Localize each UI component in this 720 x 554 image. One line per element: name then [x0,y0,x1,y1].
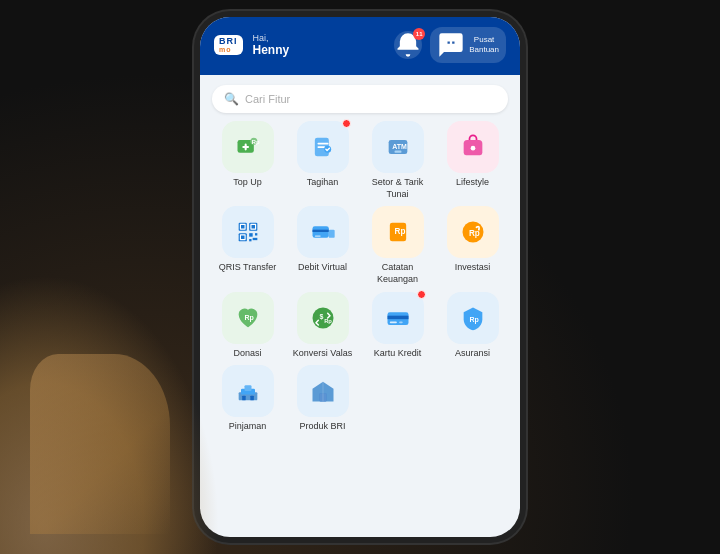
svg-rect-17 [241,236,245,240]
svg-text:Rp: Rp [469,315,478,323]
svg-rect-23 [312,230,328,232]
logo-mo: mo [219,46,238,53]
asuransi-icon-wrap: Rp [447,292,499,344]
svg-text:Rp: Rp [251,139,259,145]
logo-bri: BRI [219,37,238,46]
feature-produk[interactable]: Produk BRI [287,365,358,433]
asuransi-label: Asuransi [455,348,490,360]
greeting: Hai, Henny [253,33,290,57]
feature-kredit[interactable]: Kartu Kredit [362,292,433,360]
feature-tagihan[interactable]: Tagihan [287,121,358,200]
lifestyle-label: Lifestyle [456,177,489,189]
svg-rect-42 [242,396,246,401]
catatan-label: Catatan Keuangan [362,262,433,285]
svg-text:Rp: Rp [244,314,253,322]
svg-rect-19 [255,234,257,236]
feature-pinjaman[interactable]: Pinjaman [212,365,283,433]
svg-rect-35 [387,315,408,319]
svg-rect-7 [394,151,401,153]
svg-rect-20 [249,239,251,241]
user-name: Henny [253,43,290,57]
phone-frame: BRI mo Hai, Henny 11 [200,17,520,537]
search-bar[interactable]: 🔍 Cari Fitur [212,85,508,113]
svg-rect-18 [249,234,253,238]
svg-rect-41 [244,386,251,392]
feature-debit[interactable]: Debit Virtual [287,206,358,285]
feature-asuransi[interactable]: Rp Asuransi [437,292,508,360]
svg-rect-37 [399,321,403,323]
pinjaman-icon-wrap [222,365,274,417]
svg-rect-25 [314,236,320,237]
feature-lifestyle[interactable]: Lifestyle [437,121,508,200]
search-icon: 🔍 [224,92,239,106]
svg-rect-11 [241,225,245,229]
pusat-bantuan-button[interactable]: Pusat Bantuan [430,27,506,63]
feature-catatan[interactable]: Rp Catatan Keuangan [362,206,433,285]
tagihan-notification-dot [342,119,351,128]
feature-qris[interactable]: QRIS Transfer [212,206,283,285]
investasi-label: Investasi [455,262,491,274]
debit-icon-wrap [297,206,349,258]
donasi-icon-wrap: Rp [222,292,274,344]
notification-button[interactable]: 11 [394,31,422,59]
konversi-label: Konversi Valas [293,348,352,360]
investasi-icon-wrap: Rp [447,206,499,258]
topup-label: Top Up [233,177,262,189]
svg-rect-21 [252,238,257,240]
svg-rect-24 [328,230,334,238]
catatan-icon-wrap: Rp [372,206,424,258]
svg-rect-43 [250,396,254,401]
lifestyle-icon-wrap [447,121,499,173]
donasi-label: Donasi [233,348,261,360]
feature-topup[interactable]: Rp Top Up [212,121,283,200]
kredit-notification-dot [417,290,426,299]
qris-label: QRIS Transfer [219,262,277,274]
feature-setor[interactable]: ATM Setor & Tarik Tunai [362,121,433,200]
topup-icon-wrap: Rp [222,121,274,173]
kredit-icon-wrap [372,292,424,344]
search-placeholder: Cari Fitur [245,93,290,105]
notification-badge: 11 [413,28,425,40]
kredit-label: Kartu Kredit [374,348,422,360]
pinjaman-label: Pinjaman [229,421,267,433]
konversi-icon-wrap: $ Rp [297,292,349,344]
feature-investasi[interactable]: Rp Investasi [437,206,508,285]
greeting-text: Hai, [253,33,290,43]
app-header: BRI mo Hai, Henny 11 [200,17,520,75]
feature-konversi[interactable]: $ Rp Konversi Valas [287,292,358,360]
svg-point-8 [470,146,475,151]
qris-icon-wrap [222,206,274,258]
feature-donasi[interactable]: Rp Donasi [212,292,283,360]
tagihan-icon-wrap [297,121,349,173]
svg-text:ATM: ATM [392,143,407,150]
svg-text:Rp: Rp [324,317,332,323]
setor-icon-wrap: ATM [372,121,424,173]
svg-text:Rp: Rp [394,228,405,237]
produk-label: Produk BRI [299,421,345,433]
svg-text:$: $ [319,313,323,321]
svg-rect-36 [389,321,396,323]
tagihan-label: Tagihan [307,177,339,189]
setor-label: Setor & Tarik Tunai [362,177,433,200]
debit-label: Debit Virtual [298,262,347,274]
features-grid: Rp Top Up Tagihan [200,121,520,433]
pusat-bantuan-label: Pusat Bantuan [469,35,499,54]
logo-box: BRI mo [214,35,243,55]
svg-rect-14 [251,225,255,229]
logo: BRI mo Hai, Henny [214,33,289,57]
header-actions: 11 Pusat Bantuan [394,27,506,63]
produk-icon-wrap [297,365,349,417]
